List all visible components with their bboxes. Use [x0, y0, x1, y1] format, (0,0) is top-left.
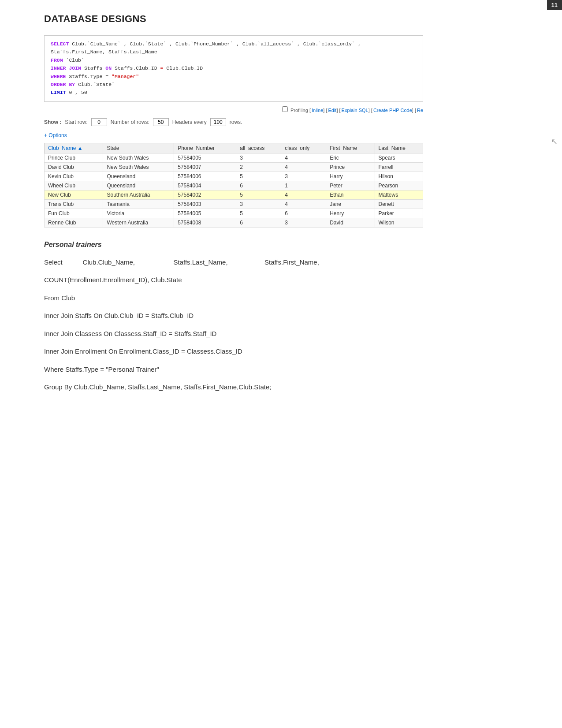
table-cell: Trans Club: [45, 199, 103, 209]
table-cell: Southern Australia: [103, 190, 174, 199]
table-cell: Pearson: [375, 181, 423, 190]
table-row: Kevin ClubQueensland5758400653HarryHilso…: [45, 172, 423, 181]
table-cell: 4: [281, 153, 326, 162]
results-table: Club_Name ▲ State Phone_Number all_acces…: [44, 143, 423, 228]
table-cell: 57584004: [174, 181, 236, 190]
query-line-4: Inner Join Staffs On Club.Club_ID = Staf…: [44, 311, 536, 321]
table-cell: 3: [281, 218, 326, 227]
table-cell: 57584008: [174, 218, 236, 227]
table-cell: Queensland: [103, 181, 174, 190]
col-header-club-name[interactable]: Club_Name ▲: [45, 143, 103, 153]
table-row: Prince ClubNew South Wales5758400534Eric…: [45, 153, 423, 162]
table-cell: 57584007: [174, 162, 236, 172]
table-row: Trans ClubTasmania5758400334JaneDenett: [45, 199, 423, 209]
table-cell: 5: [236, 190, 281, 199]
query-line-8: Group By Club.Club_Name, Staffs.Last_Nam…: [44, 382, 536, 392]
query-line-6: Inner Join Enrollment On Enrollment.Clas…: [44, 347, 536, 357]
num-rows-label: Number of rows:: [111, 119, 149, 125]
sql-equals: =: [160, 65, 163, 71]
main-content: 11 DATABASE DESIGNS SELECT Club.`Club_Na…: [0, 0, 562, 418]
page-title: DATABASE DESIGNS: [44, 13, 536, 25]
show-bar: Show : Start row: Number of rows: Header…: [44, 118, 423, 126]
query-line-3: From Club: [44, 293, 536, 303]
table-cell: Hilson: [375, 172, 423, 181]
sql-on-keyword: ON: [105, 65, 112, 71]
table-cell: Wilson: [375, 218, 423, 227]
table-cell: 2: [236, 162, 281, 172]
profiling-checkbox[interactable]: [282, 106, 288, 112]
query-line-1: Select Club.Club_Name, Staffs.Last_Name,…: [44, 258, 536, 268]
start-label: Start row:: [65, 119, 87, 125]
table-cell: 3: [236, 153, 281, 162]
col-header-all-access: all_access: [236, 143, 281, 153]
explain-sql-link[interactable]: Explain SQL: [342, 108, 368, 113]
col-header-last-name: Last_Name: [375, 143, 423, 153]
table-cell: 3: [236, 199, 281, 209]
table-cell: Ethan: [326, 190, 375, 199]
start-row-input[interactable]: [91, 118, 107, 126]
table-cell: Eric: [326, 153, 375, 162]
table-cell: David Club: [45, 162, 103, 172]
sql-join-condition: Staffs.Club_ID: [115, 65, 160, 71]
table-cell: Queensland: [103, 172, 174, 181]
table-cell: New Club: [45, 190, 103, 199]
query-line-5: Inner Join Classess On Classess.Staff_ID…: [44, 329, 536, 339]
table-cell: Harry: [326, 172, 375, 181]
table-cell: Mattews: [375, 190, 423, 199]
headers-input[interactable]: [210, 118, 226, 126]
sql-where-value: "Manager": [112, 74, 139, 79]
sql-join-clause: Staffs: [84, 65, 105, 71]
sql-fields: Club.`Club_Name` , Club.`State` , Club.`…: [51, 41, 361, 55]
col-header-first-name: First_Name: [326, 143, 375, 153]
table-cell: 57584003: [174, 199, 236, 209]
sql-orderby-field: Club.`State`: [78, 82, 115, 87]
table-cell: 57584002: [174, 190, 236, 199]
table-cell: Peter: [326, 181, 375, 190]
table-cell: 5: [236, 209, 281, 218]
table-cell: Tasmania: [103, 199, 174, 209]
table-cell: 57584006: [174, 172, 236, 181]
table-cell: Prince Club: [45, 153, 103, 162]
table-row: Fun ClubVictoria5758400556HenryParker: [45, 209, 423, 218]
table-cell: New South Wales: [103, 162, 174, 172]
sql-limit-keyword: LIMIT: [51, 90, 66, 95]
page-number: 11: [547, 0, 562, 10]
edit-link[interactable]: Edit: [328, 108, 336, 113]
field-last-name: Staffs.Last_Name,: [173, 258, 227, 266]
select-keyword: Select: [44, 258, 63, 266]
table-cell: Renne Club: [45, 218, 103, 227]
table-row: Renne ClubWestern Australia5758400863Dav…: [45, 218, 423, 227]
table-cell: New South Wales: [103, 153, 174, 162]
create-php-link[interactable]: Create PHP Code: [373, 108, 412, 113]
table-cell: Jane: [326, 199, 375, 209]
table-cell: 57584005: [174, 209, 236, 218]
sql-select-keyword: SELECT: [51, 41, 69, 47]
inline-link[interactable]: Inline: [312, 108, 323, 113]
col-header-class-only: class_only: [281, 143, 326, 153]
table-cell: 3: [281, 172, 326, 181]
table-row: David ClubNew South Wales5758400724Princ…: [45, 162, 423, 172]
sql-inner-join-keyword: INNER JOIN: [51, 65, 81, 71]
personal-trainers-query: Select Club.Club_Name, Staffs.Last_Name,…: [44, 258, 536, 392]
re-link[interactable]: Re: [417, 108, 423, 113]
table-cell: Western Australia: [103, 218, 174, 227]
field-club-name: Club.Club_Name,: [83, 258, 135, 266]
table-row: Wheel ClubQueensland5758400461PeterPears…: [45, 181, 423, 190]
options-toggle[interactable]: + Options: [44, 132, 536, 138]
table-cell: 6: [236, 181, 281, 190]
table-cell: Fun Club: [45, 209, 103, 218]
num-rows-input[interactable]: [153, 118, 169, 126]
profiling-bar: Profiling [Inline] [Edit] [Explain SQL] …: [44, 106, 423, 113]
table-cell: 5: [236, 172, 281, 181]
query-line-2: COUNT(Enrollment.Enrollment_ID), Club.St…: [44, 275, 536, 285]
table-cell: Henry: [326, 209, 375, 218]
col-header-phone: Phone_Number: [174, 143, 236, 153]
sql-from-table: `Club`: [66, 57, 84, 63]
cursor-icon: ↖: [551, 137, 558, 146]
table-cell: 4: [281, 190, 326, 199]
show-label: Show :: [44, 119, 61, 125]
table-cell: Denett: [375, 199, 423, 209]
field-first-name: Staffs.First_Name,: [264, 258, 319, 266]
table-cell: 4: [281, 162, 326, 172]
table-cell: Wheel Club: [45, 181, 103, 190]
